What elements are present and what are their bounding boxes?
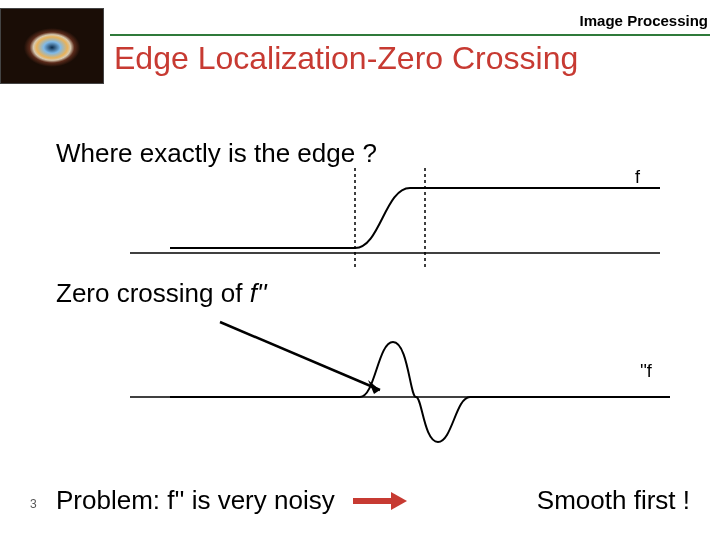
slide-number: 3 [30,497,37,511]
header-label: Image Processing [580,12,708,29]
bottom-row: Problem: f'' is very noisy [56,485,407,516]
question-text: Where exactly is the edge ? [56,138,377,169]
zero-crossing-symbol: f'' [250,278,267,308]
logo-image [0,8,104,84]
problem-text: Problem: f'' is very noisy [56,485,335,516]
plot-fpp: ''f [130,312,690,452]
smooth-text: Smooth first ! [537,485,690,516]
slide-title: Edge Localization-Zero Crossing [114,40,578,77]
zero-crossing-text: Zero crossing of f'' [56,278,267,309]
svg-line-4 [220,322,380,390]
arrow-icon [353,494,407,508]
header-separator [110,34,710,36]
plot-f: f [130,168,690,268]
label-fpp: ''f [640,361,653,381]
zero-crossing-prefix: Zero crossing of [56,278,250,308]
label-f: f [635,168,641,187]
